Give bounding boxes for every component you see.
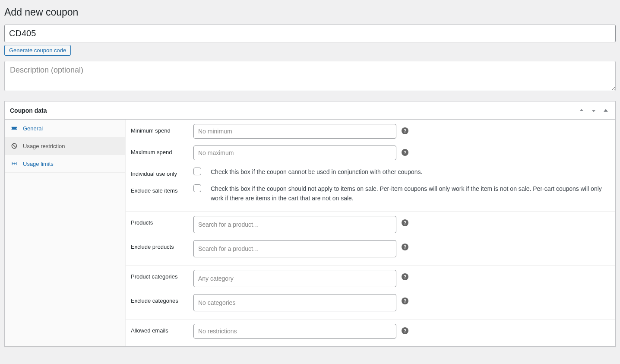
exclude-products-label: Exclude products [131,240,193,250]
tab-usage-restriction-label: Usage restriction [23,143,65,149]
coupon-description-textarea[interactable] [4,61,616,91]
help-icon[interactable]: ? [402,244,408,250]
exclude-sale-label: Exclude sale items [131,184,193,194]
move-down-icon[interactable] [589,106,598,115]
help-icon[interactable]: ? [402,149,408,156]
exclude-sale-description: Check this box if the coupon should not … [211,184,608,203]
help-icon[interactable]: ? [402,298,408,304]
coupon-code-input[interactable] [4,25,616,42]
product-categories-label: Product categories [131,270,193,280]
ticket-icon [11,125,18,132]
tab-usage-restriction[interactable]: Usage restriction [5,137,125,155]
individual-use-label: Individual use only [131,167,193,177]
exclude-categories-label: Exclude categories [131,294,193,304]
tab-usage-limits-label: Usage limits [23,161,54,167]
tab-general[interactable]: General [5,120,125,137]
maximum-spend-label: Maximum spend [131,146,193,155]
minimum-spend-label: Minimum spend [131,124,193,134]
coupon-data-title: Coupon data [10,107,47,114]
maximum-spend-input[interactable] [193,146,396,160]
ban-icon [11,142,18,149]
help-icon[interactable]: ? [402,327,408,334]
individual-use-description: Check this box if the coupon cannot be u… [211,167,422,177]
coupon-data-header: Coupon data [5,101,615,120]
coupon-data-postbox: Coupon data General [4,101,616,347]
exclude-sale-checkbox[interactable] [193,184,201,192]
exclude-categories-select[interactable]: No categories [193,294,396,311]
limits-icon [11,160,18,167]
allowed-emails-label: Allowed emails [131,324,193,334]
products-select[interactable]: Search for a product… [193,216,396,233]
products-label: Products [131,216,193,226]
page-title: Add new coupon [4,6,616,18]
usage-restriction-panel: Minimum spend ? Maximum spend ? Individu… [126,120,615,346]
minimum-spend-input[interactable] [193,124,396,139]
move-up-icon[interactable] [577,106,586,115]
tab-general-label: General [23,125,43,132]
tab-usage-limits[interactable]: Usage limits [5,155,125,173]
help-icon[interactable]: ? [402,273,408,280]
coupon-tabs: General Usage restriction Usage limits [5,120,126,346]
product-categories-select[interactable]: Any category [193,270,396,287]
toggle-panel-icon[interactable] [601,106,610,115]
help-icon[interactable]: ? [402,127,408,134]
exclude-products-select[interactable]: Search for a product… [193,240,396,257]
generate-coupon-code-button[interactable]: Generate coupon code [4,45,71,56]
allowed-emails-input[interactable] [193,324,396,339]
help-icon[interactable]: ? [402,219,408,226]
individual-use-checkbox[interactable] [193,168,201,175]
svg-line-1 [13,144,16,148]
